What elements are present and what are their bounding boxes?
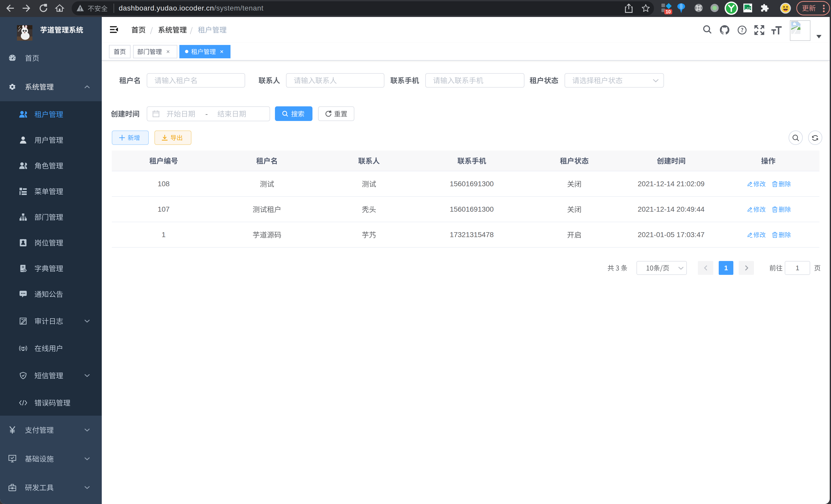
svg-text:10: 10 [665, 9, 671, 14]
